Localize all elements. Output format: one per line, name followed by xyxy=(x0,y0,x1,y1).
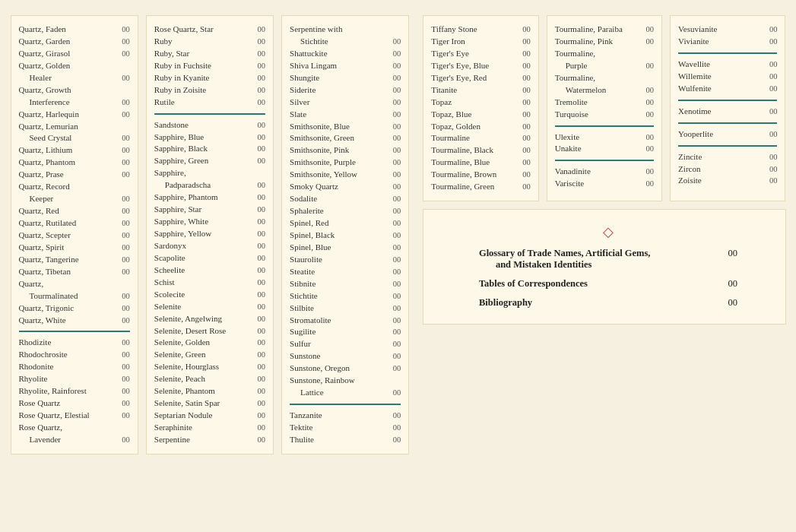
entry-page: 00 xyxy=(122,373,130,385)
entry-page: 00 xyxy=(769,128,778,140)
list-item: Variscite00 xyxy=(555,178,654,190)
entry-page: 00 xyxy=(522,60,531,71)
list-item: Smithsonite, Purple00 xyxy=(290,157,401,169)
entry-page: 00 xyxy=(393,278,401,290)
list-item: Tourmaline, Paraiba00 xyxy=(555,24,654,36)
entry-page: 00 xyxy=(393,387,401,398)
list-item: Sulfur00 xyxy=(290,338,401,350)
list-item: Stromatolite00 xyxy=(290,315,401,327)
entry-name: Sardonyx xyxy=(154,240,255,252)
list-item: Turquoise00 xyxy=(555,109,654,121)
entry-page: 00 xyxy=(258,349,266,360)
list-item: Quartz, xyxy=(19,278,130,290)
list-item: Tanzanite00 xyxy=(290,410,401,422)
entry-name: Seed Crystal xyxy=(30,132,119,144)
entry-page: 00 xyxy=(122,157,130,168)
entry-page: 00 xyxy=(258,179,266,191)
entry-name: Selenite, Desert Rose xyxy=(154,325,255,337)
entry-page: 00 xyxy=(258,373,266,385)
list-item: Rhyolite00 xyxy=(19,373,130,385)
entry-page: 00 xyxy=(393,363,401,374)
list-item: Tiger's Eye, Blue00 xyxy=(431,60,530,72)
entry-name: Stromatolite xyxy=(290,315,390,327)
entry-name: Shattuckite xyxy=(290,48,390,60)
list-item: Smithsonite, Blue00 xyxy=(290,121,401,133)
entry-page: 00 xyxy=(258,313,266,325)
entry-page: 00 xyxy=(646,36,655,47)
list-item: Shungite00 xyxy=(290,72,401,84)
list-item: Quartz, Golden xyxy=(19,60,130,72)
left-panel: Quartz, Faden00Quartz, Garden00Quartz, G… xyxy=(11,15,410,454)
entry-name: Sandstone xyxy=(154,119,255,131)
entry-page: 00 xyxy=(522,169,531,180)
entry-name: Sapphire, Black xyxy=(154,143,255,155)
entry-name: Sunstone, Rainbow xyxy=(290,375,401,387)
list-item: Tiger Iron00 xyxy=(431,36,530,48)
entry-page: 00 xyxy=(122,410,130,421)
entry-name: Tourmaline xyxy=(431,132,519,144)
entry-name: Scolecite xyxy=(154,289,255,301)
entry-page: 00 xyxy=(122,315,130,326)
entry-page: 00 xyxy=(393,242,401,253)
entry-page: 00 xyxy=(258,72,266,84)
entry-page: 00 xyxy=(393,181,401,192)
entry-name: Keeper xyxy=(30,193,119,205)
entry-page: 00 xyxy=(122,193,130,204)
entry-page: 00 xyxy=(646,166,655,177)
entry-name: Sapphire, Star xyxy=(154,204,255,216)
entry-page: 00 xyxy=(122,337,130,348)
entry-page: 00 xyxy=(646,60,655,71)
left-col-1: Quartz, Faden00Quartz, Garden00Quartz, G… xyxy=(11,15,138,454)
entry-name: Tiger's Eye, Red xyxy=(431,72,519,84)
entry-name: Tourmaline, xyxy=(555,48,654,60)
list-item: Selenite, Golden00 xyxy=(154,337,265,349)
entry-name: Tektite xyxy=(290,422,390,434)
entry-name: Tiger's Eye xyxy=(431,48,519,60)
entry-page: 00 xyxy=(393,422,401,433)
entry-page: 00 xyxy=(393,230,401,241)
entry-page: 00 xyxy=(258,131,266,143)
list-item: Slate00 xyxy=(290,109,401,121)
list-item: Quartz, Girasol00 xyxy=(19,48,130,60)
entry-page: 00 xyxy=(122,397,130,409)
entry-name: Schist xyxy=(154,277,255,289)
bibliography-page: 00 xyxy=(728,297,737,309)
list-item: Shiva Lingam00 xyxy=(290,60,401,72)
list-item: Quartz, Red00 xyxy=(19,205,130,217)
entry-name: Topaz, Blue xyxy=(431,109,519,121)
list-item: Lavender00 xyxy=(19,434,130,446)
list-item: Serpentine00 xyxy=(154,434,265,446)
list-item: Quartz, Harlequin00 xyxy=(19,109,130,121)
entry-name: Rutile xyxy=(154,97,255,109)
list-item: Quartz, Spirit00 xyxy=(19,242,130,254)
entry-name: Tourmaline, Blue xyxy=(431,157,519,169)
entry-page: 00 xyxy=(393,109,401,120)
divider xyxy=(154,113,265,115)
entry-page: 00 xyxy=(122,169,130,180)
entry-page: 00 xyxy=(122,302,130,314)
list-item: Topaz, Golden00 xyxy=(431,121,530,133)
list-item: Tourmaline, xyxy=(555,48,654,60)
entry-page: 00 xyxy=(769,163,778,175)
entry-name: Quartz, Faden xyxy=(19,24,119,36)
entry-page: 00 xyxy=(258,264,266,276)
list-item: Topaz, Blue00 xyxy=(431,109,530,121)
list-item: Selenite, Angelwing00 xyxy=(154,313,265,325)
entry-name: Sodalite xyxy=(290,193,390,205)
list-item: Sapphire, White00 xyxy=(154,216,265,228)
list-item: Ruby in Zoisite00 xyxy=(154,84,265,97)
entry-page: 00 xyxy=(258,192,266,203)
entry-name: Tourmaline, Paraiba xyxy=(555,24,643,36)
entry-name: Scheelite xyxy=(154,264,255,277)
entry-name: Tourmaline, Black xyxy=(431,144,519,157)
list-item: Quartz, Tangerine00 xyxy=(19,254,130,266)
list-item: Tourmaline, xyxy=(555,72,654,84)
list-item: Quartz, Lithium00 xyxy=(19,144,130,157)
entry-name: Rose Quartz, xyxy=(19,422,130,434)
list-item: Healer00 xyxy=(19,72,130,84)
list-item: Sapphire, xyxy=(154,167,265,179)
entry-name: Quartz, Phantom xyxy=(19,157,119,169)
entry-name: Quartz, Girasol xyxy=(19,48,119,60)
entry-name: Tourmaline, Pink xyxy=(555,36,643,48)
entry-name: Quartz, Growth xyxy=(19,84,130,97)
